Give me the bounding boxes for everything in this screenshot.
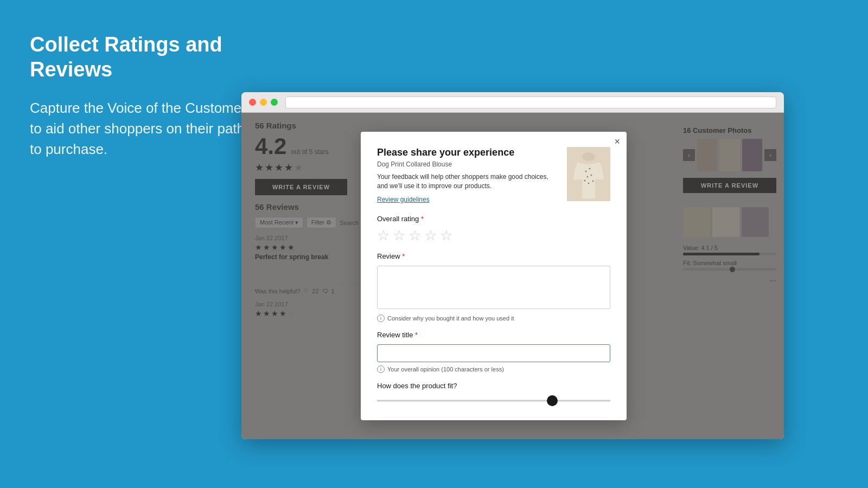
modal-title: Please share your experience — [377, 147, 558, 158]
dot-yellow[interactable] — [260, 99, 267, 106]
review-title-input[interactable] — [377, 344, 610, 362]
svg-point-8 — [592, 181, 594, 182]
overall-rating-label: Overall rating * — [377, 215, 610, 223]
product-img-visual — [567, 147, 610, 201]
review-title-hint: Your overall opinion (100 characters or … — [387, 366, 504, 373]
modal-product-name: Dog Print Collared Blouse — [377, 160, 558, 168]
fit-handle[interactable] — [547, 395, 558, 406]
stars-input-row[interactable]: ☆ ☆ ☆ ☆ ☆ — [377, 228, 610, 242]
modal-description: Your feedback will help other shoppers m… — [377, 172, 558, 191]
fit-slider-container[interactable] — [377, 395, 610, 406]
star-1[interactable]: ☆ — [377, 228, 390, 242]
fit-track — [377, 400, 610, 401]
svg-point-4 — [587, 176, 589, 178]
browser-titlebar — [241, 92, 784, 113]
review-guidelines-link[interactable]: Review guidelines — [377, 196, 430, 203]
svg-point-2 — [585, 171, 587, 172]
browser-url-bar[interactable] — [285, 97, 776, 108]
svg-point-6 — [584, 180, 586, 182]
modal-header: Please share your experience Dog Print C… — [377, 147, 610, 204]
review-title-label: Review title * — [377, 331, 610, 339]
review-modal: × Please share your experience Dog Print… — [361, 132, 627, 420]
star-5[interactable]: ☆ — [440, 228, 452, 242]
browser-content: 56 Ratings 4.2 out of 5 stars ★ ★ ★ ★ ★ … — [241, 113, 784, 439]
svg-point-5 — [591, 175, 592, 176]
svg-point-3 — [589, 168, 591, 170]
star-4[interactable]: ☆ — [424, 228, 437, 242]
star-2[interactable]: ☆ — [393, 228, 405, 242]
browser-window: 56 Ratings 4.2 out of 5 stars ★ ★ ★ ★ ★ … — [241, 92, 784, 439]
dot-red[interactable] — [249, 99, 256, 106]
review-label: Review * — [377, 252, 610, 260]
left-panel: Collect Ratings and Reviews Capture the … — [30, 33, 247, 159]
dot-green[interactable] — [271, 99, 278, 106]
review-hint-row: i Consider why you bought it and how you… — [377, 314, 610, 322]
fit-section: How does the product fit? — [377, 382, 610, 406]
page-subtitle: Capture the Voice of the Customer to aid… — [30, 98, 247, 159]
fit-title: How does the product fit? — [377, 382, 610, 390]
star-3[interactable]: ☆ — [409, 228, 421, 242]
review-hint: Consider why you bought it and how you u… — [387, 315, 514, 322]
review-textarea[interactable] — [377, 266, 610, 309]
svg-point-1 — [582, 152, 595, 161]
svg-point-7 — [588, 183, 590, 184]
product-image — [567, 147, 610, 201]
modal-text-area: Please share your experience Dog Print C… — [377, 147, 558, 204]
hint-icon: i — [377, 314, 385, 322]
browser-dots — [249, 99, 278, 106]
page-title: Collect Ratings and Reviews — [30, 33, 247, 82]
hint-icon-2: i — [377, 365, 385, 373]
review-title-hint-row: i Your overall opinion (100 characters o… — [377, 365, 610, 373]
modal-close-button[interactable]: × — [614, 136, 620, 147]
